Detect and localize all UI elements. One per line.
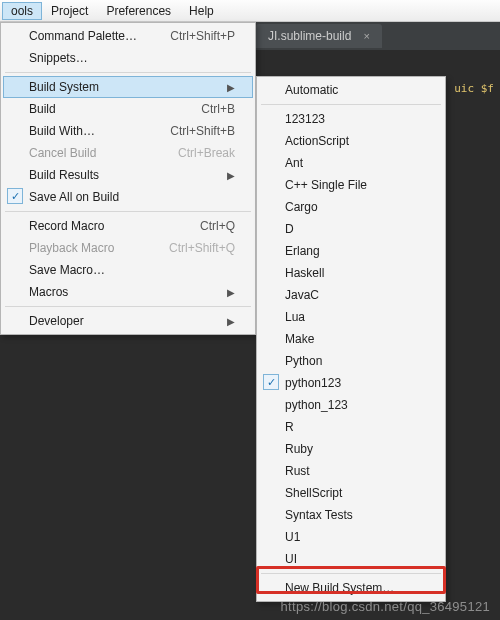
build-submenu-item[interactable]: Syntax Tests [259, 504, 443, 526]
tools-menu-item[interactable]: Build Results▶ [3, 164, 253, 186]
menubar-preferences[interactable]: Preferences [97, 2, 180, 20]
chevron-right-icon: ▶ [227, 170, 235, 181]
build-submenu-item[interactable]: Ruby [259, 438, 443, 460]
menu-shortcut: Ctrl+Break [178, 146, 235, 160]
build-submenu-item[interactable]: UI [259, 548, 443, 570]
menu-item-label: Make [285, 332, 314, 346]
menu-item-label: python_123 [285, 398, 348, 412]
menu-separator [261, 104, 441, 105]
check-icon: ✓ [263, 374, 279, 390]
menu-item-label: Ant [285, 156, 303, 170]
menu-separator [5, 306, 251, 307]
build-submenu-item[interactable]: U1 [259, 526, 443, 548]
menu-separator [261, 573, 441, 574]
menu-item-label: ShellScript [285, 486, 342, 500]
menu-item-label: D [285, 222, 294, 236]
menu-item-label: Erlang [285, 244, 320, 258]
tools-menu-item[interactable]: Command Palette…Ctrl+Shift+P [3, 25, 253, 47]
menu-item-label: Build System [29, 80, 99, 94]
menu-shortcut: Ctrl+Shift+P [170, 29, 235, 43]
watermark: https://blog.csdn.net/qq_36495121 [281, 599, 490, 614]
build-submenu-item[interactable]: Rust [259, 460, 443, 482]
menubar-help[interactable]: Help [180, 2, 223, 20]
menu-item-label: JavaC [285, 288, 319, 302]
menu-item-label: Record Macro [29, 219, 104, 233]
build-system-submenu: Automatic123123ActionScriptAntC++ Single… [256, 76, 446, 602]
build-submenu-item[interactable]: python_123 [259, 394, 443, 416]
menu-item-label: Command Palette… [29, 29, 137, 43]
build-submenu-item[interactable]: D [259, 218, 443, 240]
menu-item-label: Snippets… [29, 51, 88, 65]
build-submenu-item[interactable]: R [259, 416, 443, 438]
tools-menu-item[interactable]: Save Macro… [3, 259, 253, 281]
build-submenu-item[interactable]: JavaC [259, 284, 443, 306]
editor-text: uic $f [454, 82, 494, 95]
menu-item-label: 123123 [285, 112, 325, 126]
menu-shortcut: Ctrl+Shift+B [170, 124, 235, 138]
menu-shortcut: Ctrl+Q [200, 219, 235, 233]
tools-menu-item[interactable]: Snippets… [3, 47, 253, 69]
close-icon[interactable]: × [363, 30, 369, 42]
build-submenu-item[interactable]: Erlang [259, 240, 443, 262]
file-tab[interactable]: JI.sublime-build × [256, 24, 382, 48]
menu-item-label: Syntax Tests [285, 508, 353, 522]
build-submenu-item[interactable]: Haskell [259, 262, 443, 284]
menubar-project[interactable]: Project [42, 2, 97, 20]
menu-item-label: C++ Single File [285, 178, 367, 192]
menu-item-label: Save All on Build [29, 190, 119, 204]
menu-item-label: Cargo [285, 200, 318, 214]
tools-menu-item[interactable]: Build System▶ [3, 76, 253, 98]
menu-item-label: Developer [29, 314, 84, 328]
menu-item-label: Playback Macro [29, 241, 114, 255]
menu-item-label: Macros [29, 285, 68, 299]
menu-item-label: UI [285, 552, 297, 566]
build-submenu-item[interactable]: New Build System… [259, 577, 443, 599]
menu-separator [5, 211, 251, 212]
menu-shortcut: Ctrl+B [201, 102, 235, 116]
build-submenu-item[interactable]: ActionScript [259, 130, 443, 152]
build-submenu-item[interactable]: ✓python123 [259, 372, 443, 394]
build-submenu-item[interactable]: ShellScript [259, 482, 443, 504]
tools-menu-item[interactable]: Build With…Ctrl+Shift+B [3, 120, 253, 142]
build-submenu-item[interactable]: Make [259, 328, 443, 350]
build-submenu-item[interactable]: Ant [259, 152, 443, 174]
tools-menu-item[interactable]: Macros▶ [3, 281, 253, 303]
menu-item-label: Cancel Build [29, 146, 96, 160]
tools-menu-item[interactable]: Developer▶ [3, 310, 253, 332]
menu-item-label: Haskell [285, 266, 324, 280]
tab-title: JI.sublime-build [268, 29, 351, 43]
tools-menu-item[interactable]: Record MacroCtrl+Q [3, 215, 253, 237]
menu-item-label: ActionScript [285, 134, 349, 148]
build-submenu-item[interactable]: 123123 [259, 108, 443, 130]
menu-item-label: python123 [285, 376, 341, 390]
build-submenu-item[interactable]: C++ Single File [259, 174, 443, 196]
menu-item-label: Automatic [285, 83, 338, 97]
tools-menu-item: Cancel BuildCtrl+Break [3, 142, 253, 164]
menu-item-label: Rust [285, 464, 310, 478]
chevron-right-icon: ▶ [227, 316, 235, 327]
check-icon: ✓ [7, 188, 23, 204]
tools-menu-item[interactable]: BuildCtrl+B [3, 98, 253, 120]
menu-item-label: Ruby [285, 442, 313, 456]
chevron-right-icon: ▶ [227, 82, 235, 93]
menubar-tools[interactable]: ools [2, 2, 42, 20]
menu-item-label: Python [285, 354, 322, 368]
menu-separator [5, 72, 251, 73]
build-submenu-item[interactable]: Cargo [259, 196, 443, 218]
menu-item-label: Build Results [29, 168, 99, 182]
menu-item-label: R [285, 420, 294, 434]
menu-item-label: New Build System… [285, 581, 394, 595]
menu-item-label: Build [29, 102, 56, 116]
tools-menu-item: Playback MacroCtrl+Shift+Q [3, 237, 253, 259]
chevron-right-icon: ▶ [227, 287, 235, 298]
build-submenu-item[interactable]: Lua [259, 306, 443, 328]
menubar: ools Project Preferences Help [0, 0, 500, 22]
build-submenu-item[interactable]: Python [259, 350, 443, 372]
menu-item-label: Save Macro… [29, 263, 105, 277]
tools-menu: Command Palette…Ctrl+Shift+PSnippets…Bui… [0, 22, 256, 335]
menu-item-label: Lua [285, 310, 305, 324]
menu-shortcut: Ctrl+Shift+Q [169, 241, 235, 255]
tools-menu-item[interactable]: ✓Save All on Build [3, 186, 253, 208]
menu-item-label: Build With… [29, 124, 95, 138]
build-submenu-item[interactable]: Automatic [259, 79, 443, 101]
